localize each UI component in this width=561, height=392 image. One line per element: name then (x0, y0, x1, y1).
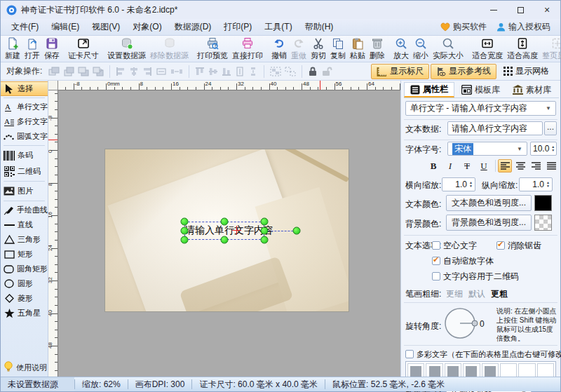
multicolor-text-checkbox[interactable]: 多彩文字（在下面的表格里点击右键可修改颜色） (405, 349, 561, 360)
buy-software-button[interactable]: 购买软件 (440, 21, 487, 33)
zoom-out-button[interactable]: 缩小 (411, 36, 431, 62)
tool-select[interactable]: 选择 (1, 81, 48, 96)
chevron-down-icon: ▼ (517, 146, 522, 152)
menu-edit[interactable]: 编辑(E) (45, 19, 86, 35)
strikethrough-button[interactable]: T (460, 159, 474, 173)
menu-file[interactable]: 文件(F) (5, 19, 45, 35)
copy-button[interactable]: 复制 (328, 36, 348, 62)
tool-arc-text[interactable]: 圆弧文字 (1, 129, 48, 144)
set-datasource-button[interactable]: 设置数据源 (105, 36, 148, 62)
rectangle-icon (4, 250, 15, 259)
tool-triangle[interactable]: 三角形 (1, 232, 48, 247)
font-size-stepper[interactable]: 10.0▲▼ (530, 142, 557, 156)
cut-button[interactable]: 剪切 (309, 36, 328, 62)
bold-button[interactable]: B (426, 159, 440, 173)
maximize-button[interactable] (507, 1, 534, 19)
tool-single-line-text[interactable]: A单行文字 (1, 100, 48, 114)
stroke-default-button[interactable]: 默认 (468, 288, 485, 300)
paste-button[interactable]: 粘贴 (348, 36, 367, 62)
save-button[interactable]: 保存 (42, 36, 62, 62)
object-selector-dropdown[interactable]: 单行文字 - 请输入单行文字内容▼ (405, 101, 556, 116)
tool-multi-line-text[interactable]: A多行文字 (1, 114, 48, 129)
selection-handle-bottom-left[interactable] (181, 236, 189, 244)
rotation-handle[interactable] (293, 227, 301, 235)
close-button[interactable]: × (534, 1, 560, 19)
help-button[interactable]: 使用说明 (1, 358, 48, 377)
tab-templates[interactable]: 模板库 (456, 82, 506, 97)
fit-page-icon (551, 37, 561, 50)
open-button[interactable]: 打开 (22, 36, 42, 62)
stepper-arrows-icon[interactable]: ▲▼ (469, 181, 473, 188)
v-scale-stepper[interactable]: 1.0▲▼ (519, 177, 553, 191)
tab-assets[interactable]: 素材库 (507, 82, 557, 97)
text-data-more-button[interactable]: ... (544, 121, 557, 135)
tool-qrcode[interactable]: 二维码 (1, 163, 48, 180)
selection-handle-top-left[interactable] (181, 218, 189, 226)
stepper-arrows-icon[interactable]: ▲▼ (551, 145, 555, 152)
main-toolbar: 新建 打开 保存 证卡尺寸 设置数据源 移除数据源 打印预览 直接打印 撤销 重… (1, 36, 560, 62)
tool-image[interactable]: 图片 (1, 183, 48, 199)
menu-print[interactable]: 打印(P) (217, 19, 258, 35)
menu-datasource[interactable]: 数据源(D) (168, 19, 218, 35)
autoscale-font-checkbox[interactable]: 自动缩放字体 (432, 255, 494, 267)
new-button[interactable]: 新建 (3, 36, 22, 62)
show-ruler-button[interactable]: 显示标尺 (371, 64, 429, 79)
menu-help[interactable]: 帮助(H) (299, 19, 340, 35)
hollow-text-checkbox[interactable]: 空心文字 (432, 240, 477, 252)
direct-print-button[interactable]: 直接打印 (230, 36, 265, 62)
show-grid-button[interactable]: 显示网格 (498, 64, 555, 79)
show-guides-button[interactable]: 显示参考线 (431, 64, 496, 79)
separator (4, 201, 45, 201)
stroke-thinner-button[interactable]: 更细 (446, 288, 463, 300)
align-left-button[interactable] (498, 159, 512, 173)
tool-barcode[interactable]: 条码 (1, 147, 48, 163)
align-center-button[interactable] (513, 159, 527, 173)
antialias-checkbox[interactable]: 消除锯齿 (496, 240, 541, 252)
text-for-qrcode-checkbox[interactable]: 文字内容用于二维码 (432, 271, 519, 283)
tool-freehand-curve[interactable]: 手绘曲线 (1, 203, 48, 217)
fit-height-button[interactable]: 适合高度 (505, 36, 540, 62)
tool-rectangle[interactable]: 矩形 (1, 247, 48, 262)
menu-tools[interactable]: 工具(T) (258, 19, 298, 35)
text-data-field[interactable]: 请输入单行文字内容 (447, 121, 543, 135)
tool-rounded-rectangle[interactable]: 圆角矩形 (1, 262, 48, 276)
enter-license-button[interactable]: 输入授权码 (496, 21, 550, 33)
selection-handle-top-right[interactable] (261, 218, 269, 226)
font-family-dropdown[interactable]: 宋体▼ (447, 142, 527, 156)
actual-size-button[interactable]: 实际大小 (431, 36, 466, 62)
h-scale-stepper[interactable]: 1.0▲▼ (442, 177, 475, 191)
stepper-arrows-icon[interactable]: ▲▼ (546, 181, 550, 188)
selection-handle-mid-left[interactable] (181, 227, 189, 235)
selection-handle-bottom-center[interactable] (221, 236, 229, 244)
tab-properties[interactable]: 属性栏 (404, 82, 454, 97)
card-size-button[interactable]: 证卡尺寸 (66, 36, 101, 62)
tool-star[interactable]: 五角星 (1, 306, 48, 320)
design-canvas[interactable]: 请输入单行文字内容 (58, 90, 400, 377)
tool-circle[interactable]: 圆形 (1, 276, 48, 291)
tool-line[interactable]: 直线 (1, 217, 48, 232)
text-color-button[interactable]: 文本颜色和透明度... (446, 195, 532, 211)
align-right-button[interactable] (529, 159, 543, 173)
text-color-swatch[interactable] (534, 195, 552, 211)
zoom-in-button[interactable]: 放大 (391, 36, 411, 62)
bg-color-swatch[interactable] (534, 215, 552, 231)
menu-view[interactable]: 视图(V) (86, 19, 126, 35)
selection-handle-mid-right[interactable] (261, 227, 269, 235)
italic-button[interactable]: I (443, 159, 457, 173)
fit-width-button[interactable]: 适合宽度 (470, 36, 505, 62)
minimize-icon (490, 10, 497, 11)
underline-button[interactable]: U (477, 159, 491, 173)
undo-button[interactable]: 撤销 (269, 36, 289, 62)
menu-object[interactable]: 对象(O) (126, 19, 168, 35)
minimize-button[interactable] (480, 1, 507, 19)
separator (4, 97, 45, 98)
tool-diamond[interactable]: 菱形 (1, 291, 48, 306)
stroke-thicker-button[interactable]: 更粗 (491, 288, 508, 300)
delete-button[interactable]: 删除 (367, 36, 387, 62)
bg-color-button[interactable]: 背景颜色和透明度... (446, 215, 532, 231)
selection-handle-top-center[interactable] (221, 218, 229, 226)
print-preview-button[interactable]: 打印预览 (195, 36, 230, 62)
align-justify-button[interactable] (544, 159, 558, 173)
lock-icon[interactable] (308, 66, 318, 76)
selection-handle-bottom-right[interactable] (261, 236, 269, 244)
